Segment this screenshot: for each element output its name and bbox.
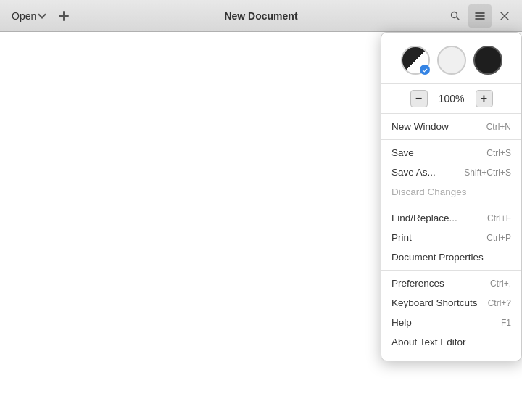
svg-line-1 [457, 17, 459, 19]
menu-section-0: New Window Ctrl+N [381, 114, 521, 140]
menu-item-shortcut: Ctrl+? [488, 298, 511, 308]
menu-item-help[interactable]: Help F1 [381, 313, 521, 332]
menu-item-shortcut: Ctrl+S [486, 148, 511, 158]
menu-button[interactable] [468, 4, 492, 28]
menu-section-1: Save Ctrl+S Save As... Shift+Ctrl+S Disc… [381, 140, 521, 205]
new-tab-button[interactable] [54, 6, 74, 26]
menu-section-2: Find/Replace... Ctrl+F Print Ctrl+P Docu… [381, 205, 521, 271]
search-button[interactable] [444, 4, 467, 28]
menu-item-new-window[interactable]: New Window Ctrl+N [381, 117, 521, 136]
menu-item-keyboard-shortcuts[interactable]: Keyboard Shortcuts Ctrl+? [381, 293, 521, 313]
menu-item-about[interactable]: About Text Editor [381, 332, 521, 352]
zoom-level: 100% [434, 93, 470, 104]
menu-item-document-properties[interactable]: Document Properties [381, 247, 521, 267]
menu-item-label: New Window [392, 121, 449, 132]
menu-item-shortcut: Shift+Ctrl+S [464, 168, 511, 178]
theme-system-button[interactable] [401, 46, 430, 75]
menu-item-shortcut: F1 [501, 318, 511, 328]
zoom-controls: − 100% + [381, 84, 521, 114]
page-indicator [0, 205, 3, 248]
theme-light-button[interactable] [437, 46, 466, 75]
menu-item-label: Keyboard Shortcuts [392, 297, 478, 308]
editor-area[interactable]: − 100% + New Window Ctrl+N Save Ctrl+S S… [0, 32, 522, 420]
open-label: Open [12, 10, 36, 22]
menu-item-label: Preferences [392, 278, 444, 289]
menu-item-label: Help [392, 317, 412, 328]
open-button[interactable]: Open [6, 7, 51, 25]
menu-item-shortcut: Ctrl+P [486, 233, 511, 243]
menu-item-label: Save As... [392, 167, 436, 178]
header-bar: Open New Document [0, 0, 522, 32]
menu-item-label: Print [392, 232, 412, 243]
close-icon [500, 11, 510, 21]
theme-dark-button[interactable] [473, 46, 502, 75]
menu-item-shortcut: Ctrl+, [490, 279, 511, 289]
menu-item-save-as[interactable]: Save As... Shift+Ctrl+S [381, 162, 521, 182]
window-title: New Document [224, 10, 297, 22]
menu-item-label: Save [392, 147, 414, 158]
selected-check [420, 65, 430, 75]
hamburger-icon [474, 10, 486, 22]
zoom-in-button[interactable]: + [476, 90, 493, 107]
search-icon [450, 10, 461, 22]
menu-item-find-replace[interactable]: Find/Replace... Ctrl+F [381, 208, 521, 228]
menu-item-label: About Text Editor [392, 337, 466, 347]
header-controls [444, 4, 516, 28]
menu-item-save[interactable]: Save Ctrl+S [381, 143, 521, 162]
menu-item-label: Document Properties [392, 252, 484, 263]
chevron-down-icon [38, 10, 46, 18]
close-button[interactable] [493, 4, 516, 28]
zoom-out-button[interactable]: − [410, 90, 428, 107]
menu-item-label: Find/Replace... [392, 213, 457, 223]
menu-item-shortcut: Ctrl+F [487, 213, 511, 223]
menu-item-discard: Discard Changes [381, 182, 521, 202]
menu-item-preferences[interactable]: Preferences Ctrl+, [381, 273, 521, 293]
menu-item-print[interactable]: Print Ctrl+P [381, 228, 521, 247]
menu-item-shortcut: Ctrl+N [486, 122, 511, 132]
menu-section-3: Preferences Ctrl+, Keyboard Shortcuts Ct… [381, 271, 521, 355]
plus-icon [58, 10, 70, 22]
theme-switcher [381, 38, 521, 84]
menu-item-label: Discard Changes [392, 186, 467, 197]
app-menu: − 100% + New Window Ctrl+N Save Ctrl+S S… [381, 32, 522, 361]
